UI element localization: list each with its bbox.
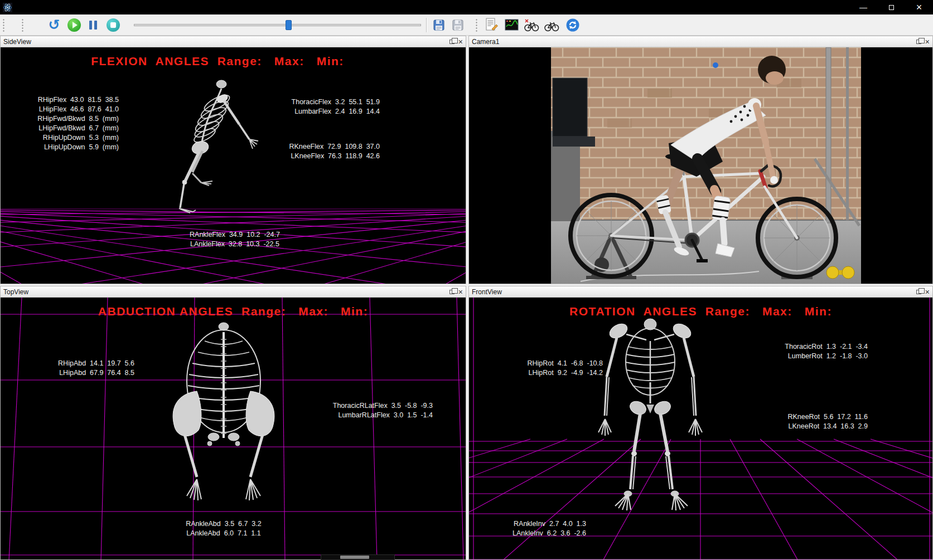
stat-line: LHipUpDown 5.9 (mm) <box>17 143 119 152</box>
pause-button[interactable] <box>85 17 101 33</box>
stat-line: RKneeFlex 72.9 109.8 37.0 <box>279 142 380 152</box>
stat-line: LumbarFlex 2.4 16.9 14.4 <box>279 107 380 116</box>
minimize-button[interactable]: — <box>849 0 877 14</box>
close-panel-icon[interactable]: × <box>458 38 463 46</box>
topview-panel-header[interactable]: TopView × <box>1 286 466 298</box>
stat-line: RHipFlex 43.0 81.5 38.5 <box>17 95 119 105</box>
plot-icon <box>504 17 519 32</box>
stat-line: RHipAbd 14.1 19.7 5.6 <box>23 359 134 368</box>
stat-line: RKneeRot 5.6 17.2 11.6 <box>765 412 868 422</box>
panel-title: FrontView <box>472 288 502 296</box>
camera-panel: Camera1 × <box>468 36 933 284</box>
app-icon <box>3 3 12 12</box>
save-as-button[interactable] <box>449 17 466 33</box>
frontview-3d-viewport[interactable]: ROTATION ANGLES Range: Max: Min: RHipRot… <box>469 298 932 559</box>
play-icon <box>67 18 81 32</box>
float-panel-icon[interactable] <box>916 290 921 294</box>
frontview-panel-header[interactable]: FrontView × <box>469 286 932 298</box>
rotation-heading: ROTATION ANGLES Range: Max: Min: <box>469 305 932 318</box>
maximize-icon <box>889 5 894 10</box>
rotation-knee-stats: RKneeRot 5.6 17.2 11.6 LKneeRot 13.4 16.… <box>765 412 868 431</box>
stat-line: LKneeFlex 76.3 118.9 42.6 <box>279 152 380 161</box>
save-as-icon <box>451 18 465 32</box>
save-icon <box>432 18 446 32</box>
close-panel-icon[interactable]: × <box>458 288 463 296</box>
stat-line: LumbarRLatFlex 3.0 1.5 -1.4 <box>313 411 433 420</box>
titlebar: — × <box>0 0 933 14</box>
play-button[interactable] <box>66 17 83 33</box>
stat-line: LAnkleAbd 6.0 7.1 1.1 <box>162 529 285 538</box>
abduction-hip-stats: RHipAbd 14.1 19.7 5.6 LHipAbd 67.9 76.4 … <box>23 359 134 378</box>
abduction-ankle-stats: RAnkleAbd 3.5 6.7 3.2 LAnkleAbd 6.0 7.1 … <box>162 519 285 538</box>
bike-x-icon <box>524 18 539 32</box>
stat-line: RHipRot 4.1 -6.8 -10.8 <box>486 359 603 368</box>
float-panel-icon[interactable] <box>916 40 921 44</box>
flexion-knee-stats: RKneeFlex 72.9 109.8 37.0 LKneeFlex 76.3… <box>279 142 380 161</box>
refresh-button[interactable] <box>564 17 581 33</box>
frontview-panel: FrontView × <box>468 286 933 560</box>
toolbar: ↺ <box>0 14 933 36</box>
panel-title: Camera1 <box>472 38 499 46</box>
bike-icon <box>544 18 559 32</box>
skeleton-front-view <box>598 319 702 510</box>
timeline-scrollbar-thumb[interactable] <box>340 556 369 559</box>
stat-line: ThoracicRot 1.3 -2.1 -3.4 <box>765 342 868 352</box>
stat-line: LHipFlex 46.6 87.6 41.0 <box>17 105 119 114</box>
toolbar-drag-handle[interactable] <box>21 18 24 32</box>
slider-track[interactable] <box>134 24 421 26</box>
camera-video-frame <box>469 47 932 284</box>
float-panel-icon[interactable] <box>449 290 455 294</box>
abduction-heading: ABDUCTION ANGLES Range: Max: Min: <box>1 305 466 318</box>
skeleton-side-view <box>179 80 258 213</box>
stat-line: LumberRot 1.2 -1.8 -3.0 <box>765 352 868 361</box>
camera-video-view <box>469 47 932 284</box>
stat-line: ThoracicRLatFlex 3.5 -5.8 -9.3 <box>313 401 433 411</box>
toolbar-drag-handle[interactable] <box>475 18 478 32</box>
toolbar-drag-handle[interactable] <box>2 18 5 32</box>
stat-line: RHipFwd/Bkwd 8.5 (mm) <box>17 114 119 124</box>
stat-line: RAnkleAbd 3.5 6.7 3.2 <box>162 519 285 529</box>
stat-line: RAnkleInv 2.7 4.0 1.3 <box>486 519 586 529</box>
rotation-ankle-stats: RAnkleInv 2.7 4.0 1.3 LAnkleInv 6.2 3.6 … <box>486 519 586 538</box>
stat-line: ThoracicFlex 3.2 55.1 51.9 <box>279 98 380 107</box>
flexion-hip-stats: RHipFlex 43.0 81.5 38.5 LHipFlex 46.6 87… <box>17 95 119 152</box>
stop-button[interactable] <box>105 17 122 33</box>
rewind-button[interactable]: ↺ <box>46 17 62 33</box>
stop-icon <box>107 18 120 32</box>
camera-panel-header[interactable]: Camera1 × <box>469 36 932 47</box>
slider-thumb[interactable] <box>286 20 292 30</box>
stat-line: LAnkleFlex 32.8 10.3 -22.5 <box>173 240 296 249</box>
float-panel-icon[interactable] <box>449 40 455 44</box>
bike-button[interactable] <box>543 17 560 33</box>
plot-button[interactable] <box>503 17 520 33</box>
maximize-button[interactable] <box>877 0 905 14</box>
rewind-icon: ↺ <box>49 18 60 32</box>
save-button[interactable] <box>431 17 447 33</box>
close-button[interactable]: × <box>905 0 933 14</box>
stat-line: LAnkleInv 6.2 3.6 -2.6 <box>486 529 586 538</box>
flexion-trunk-stats: ThoracicFlex 3.2 55.1 51.9 LumbarFlex 2.… <box>279 98 380 116</box>
stat-line: RAnkleFlex 34.9 10.2 -24.7 <box>173 230 296 240</box>
topview-panel: TopView × <box>0 286 466 560</box>
rotation-hip-stats: RHipRot 4.1 -6.8 -10.8 LHipRot 9.2 -4.9 … <box>486 359 603 378</box>
close-panel-icon[interactable]: × <box>925 288 930 296</box>
pause-icon <box>89 21 97 30</box>
panel-title: TopView <box>3 288 28 296</box>
timeline-scrollbar[interactable] <box>321 554 395 560</box>
stat-line: RHipUpDown 5.3 (mm) <box>17 133 119 143</box>
report-button[interactable] <box>483 17 500 33</box>
rotation-trunk-stats: ThoracicRot 1.3 -2.1 -3.4 LumberRot 1.2 … <box>765 342 868 361</box>
abduction-trunk-stats: ThoracicRLatFlex 3.5 -5.8 -9.3 LumbarRLa… <box>313 401 433 420</box>
sideview-panel-header[interactable]: SideView × <box>1 36 466 47</box>
flexion-ankle-stats: RAnkleFlex 34.9 10.2 -24.7 LAnkleFlex 32… <box>173 230 296 249</box>
timeline-slider[interactable] <box>134 19 421 31</box>
close-panel-icon[interactable]: × <box>925 38 930 46</box>
flexion-heading: FLEXION ANGLES Range: Max: Min: <box>1 55 450 68</box>
stat-line: LHipRot 9.2 -4.9 -14.2 <box>486 368 603 378</box>
sideview-3d-viewport[interactable]: FLEXION ANGLES Range: Max: Min: RHipFlex… <box>1 47 466 284</box>
toolbar-separator <box>426 18 427 32</box>
bike-settings-button[interactable] <box>523 17 540 33</box>
topview-3d-viewport[interactable]: ABDUCTION ANGLES Range: Max: Min: RHipAb… <box>1 298 466 559</box>
stat-line: LHipFwd/Bkwd 6.7 (mm) <box>17 124 119 133</box>
refresh-icon <box>565 18 580 32</box>
